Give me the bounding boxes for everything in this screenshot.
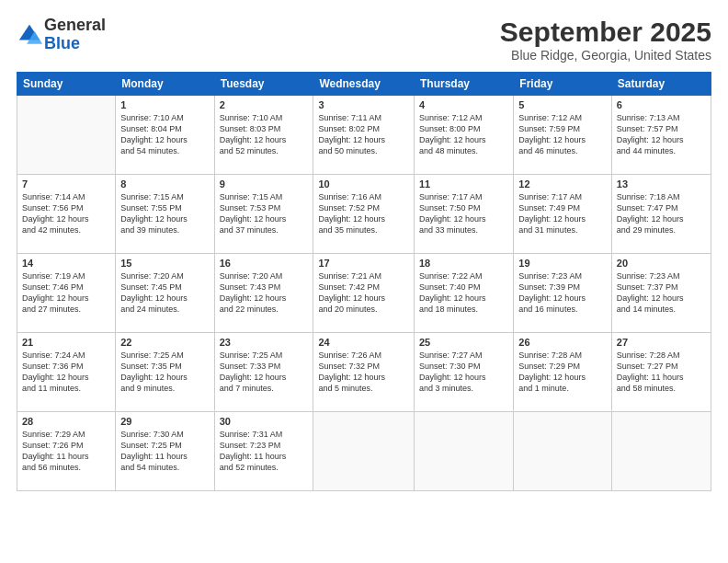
page: General Blue September 2025 Blue Ridge, … <box>0 0 728 563</box>
header: General Blue September 2025 Blue Ridge, … <box>17 17 711 63</box>
table-row <box>17 96 116 175</box>
day-number: 14 <box>22 258 110 269</box>
day-number: 7 <box>22 178 110 190</box>
day-info: Sunrise: 7:24 AM Sunset: 7:36 PM Dayligh… <box>22 350 110 395</box>
table-row: 4Sunrise: 7:12 AM Sunset: 8:00 PM Daylig… <box>415 96 514 175</box>
day-number: 21 <box>22 337 110 348</box>
table-row <box>611 412 711 491</box>
day-info: Sunrise: 7:23 AM Sunset: 7:37 PM Dayligh… <box>617 270 706 316</box>
table-row: 28Sunrise: 7:29 AM Sunset: 7:26 PM Dayli… <box>17 412 116 491</box>
table-row <box>514 412 612 491</box>
day-number: 4 <box>419 99 508 110</box>
table-row: 12Sunrise: 7:17 AM Sunset: 7:49 PM Dayli… <box>514 175 612 254</box>
table-row: 11Sunrise: 7:17 AM Sunset: 7:50 PM Dayli… <box>415 175 514 254</box>
title-block: September 2025 Blue Ridge, Georgia, Unit… <box>500 17 711 63</box>
table-row: 23Sunrise: 7:25 AM Sunset: 7:33 PM Dayli… <box>214 333 313 412</box>
table-row: 5Sunrise: 7:12 AM Sunset: 7:59 PM Daylig… <box>514 96 612 175</box>
day-info: Sunrise: 7:13 AM Sunset: 7:57 PM Dayligh… <box>617 112 706 157</box>
day-number: 27 <box>617 337 706 348</box>
day-info: Sunrise: 7:15 AM Sunset: 7:55 PM Dayligh… <box>120 191 209 236</box>
day-number: 8 <box>120 178 209 190</box>
day-info: Sunrise: 7:20 AM Sunset: 7:43 PM Dayligh… <box>220 270 309 316</box>
logo: General Blue <box>17 17 106 53</box>
table-row <box>415 412 514 491</box>
day-number: 2 <box>220 99 309 110</box>
day-info: Sunrise: 7:12 AM Sunset: 7:59 PM Dayligh… <box>518 112 607 157</box>
calendar-header-row: Sunday Monday Tuesday Wednesday Thursday… <box>17 73 711 96</box>
table-row: 14Sunrise: 7:19 AM Sunset: 7:46 PM Dayli… <box>17 254 116 333</box>
day-number: 26 <box>518 337 607 348</box>
day-number: 17 <box>318 258 409 269</box>
day-info: Sunrise: 7:12 AM Sunset: 8:00 PM Dayligh… <box>419 112 508 157</box>
day-number: 29 <box>120 416 209 427</box>
day-info: Sunrise: 7:27 AM Sunset: 7:30 PM Dayligh… <box>419 350 508 395</box>
day-number: 11 <box>419 178 508 190</box>
day-number: 6 <box>617 99 706 110</box>
calendar-table: Sunday Monday Tuesday Wednesday Thursday… <box>17 72 711 491</box>
day-info: Sunrise: 7:26 AM Sunset: 7:32 PM Dayligh… <box>318 350 409 395</box>
calendar-week-row: 28Sunrise: 7:29 AM Sunset: 7:26 PM Dayli… <box>17 412 711 491</box>
table-row: 8Sunrise: 7:15 AM Sunset: 7:55 PM Daylig… <box>116 175 214 254</box>
day-info: Sunrise: 7:22 AM Sunset: 7:40 PM Dayligh… <box>419 270 508 316</box>
calendar-week-row: 21Sunrise: 7:24 AM Sunset: 7:36 PM Dayli… <box>17 333 711 412</box>
day-number: 16 <box>220 258 309 269</box>
calendar-week-row: 14Sunrise: 7:19 AM Sunset: 7:46 PM Dayli… <box>17 254 711 333</box>
col-tuesday: Tuesday <box>214 73 313 96</box>
table-row: 2Sunrise: 7:10 AM Sunset: 8:03 PM Daylig… <box>214 96 313 175</box>
table-row: 16Sunrise: 7:20 AM Sunset: 7:43 PM Dayli… <box>214 254 313 333</box>
day-info: Sunrise: 7:25 AM Sunset: 7:33 PM Dayligh… <box>220 350 309 395</box>
day-info: Sunrise: 7:21 AM Sunset: 7:42 PM Dayligh… <box>318 270 409 316</box>
day-info: Sunrise: 7:16 AM Sunset: 7:52 PM Dayligh… <box>318 191 409 236</box>
day-info: Sunrise: 7:18 AM Sunset: 7:47 PM Dayligh… <box>617 191 706 236</box>
table-row <box>313 412 415 491</box>
calendar-week-row: 7Sunrise: 7:14 AM Sunset: 7:56 PM Daylig… <box>17 175 711 254</box>
calendar-body: 1Sunrise: 7:10 AM Sunset: 8:04 PM Daylig… <box>17 96 711 491</box>
logo-icon <box>17 22 42 48</box>
day-info: Sunrise: 7:31 AM Sunset: 7:23 PM Dayligh… <box>220 429 309 474</box>
table-row: 9Sunrise: 7:15 AM Sunset: 7:53 PM Daylig… <box>214 175 313 254</box>
table-row: 13Sunrise: 7:18 AM Sunset: 7:47 PM Dayli… <box>611 175 711 254</box>
col-saturday: Saturday <box>611 73 711 96</box>
col-thursday: Thursday <box>415 73 514 96</box>
table-row: 26Sunrise: 7:28 AM Sunset: 7:29 PM Dayli… <box>514 333 612 412</box>
day-info: Sunrise: 7:30 AM Sunset: 7:25 PM Dayligh… <box>120 429 209 474</box>
table-row: 7Sunrise: 7:14 AM Sunset: 7:56 PM Daylig… <box>17 175 116 254</box>
day-number: 3 <box>318 99 409 110</box>
table-row: 19Sunrise: 7:23 AM Sunset: 7:39 PM Dayli… <box>514 254 612 333</box>
calendar-week-row: 1Sunrise: 7:10 AM Sunset: 8:04 PM Daylig… <box>17 96 711 175</box>
table-row: 18Sunrise: 7:22 AM Sunset: 7:40 PM Dayli… <box>415 254 514 333</box>
table-row: 27Sunrise: 7:28 AM Sunset: 7:27 PM Dayli… <box>611 333 711 412</box>
day-info: Sunrise: 7:17 AM Sunset: 7:50 PM Dayligh… <box>419 191 508 236</box>
day-info: Sunrise: 7:23 AM Sunset: 7:39 PM Dayligh… <box>518 270 607 316</box>
calendar-title: September 2025 <box>500 17 711 48</box>
day-info: Sunrise: 7:28 AM Sunset: 7:29 PM Dayligh… <box>518 350 607 395</box>
day-info: Sunrise: 7:17 AM Sunset: 7:49 PM Dayligh… <box>518 191 607 236</box>
day-number: 13 <box>617 178 706 190</box>
day-number: 1 <box>120 99 209 110</box>
day-number: 20 <box>617 258 706 269</box>
day-number: 5 <box>518 99 607 110</box>
table-row: 30Sunrise: 7:31 AM Sunset: 7:23 PM Dayli… <box>214 412 313 491</box>
day-info: Sunrise: 7:15 AM Sunset: 7:53 PM Dayligh… <box>220 191 309 236</box>
day-info: Sunrise: 7:10 AM Sunset: 8:03 PM Dayligh… <box>220 112 309 157</box>
day-info: Sunrise: 7:29 AM Sunset: 7:26 PM Dayligh… <box>22 429 110 474</box>
day-number: 19 <box>518 258 607 269</box>
table-row: 29Sunrise: 7:30 AM Sunset: 7:25 PM Dayli… <box>116 412 214 491</box>
table-row: 21Sunrise: 7:24 AM Sunset: 7:36 PM Dayli… <box>17 333 116 412</box>
day-info: Sunrise: 7:14 AM Sunset: 7:56 PM Dayligh… <box>22 191 110 236</box>
table-row: 25Sunrise: 7:27 AM Sunset: 7:30 PM Dayli… <box>415 333 514 412</box>
col-wednesday: Wednesday <box>313 73 415 96</box>
calendar-subtitle: Blue Ridge, Georgia, United States <box>500 48 711 63</box>
day-number: 10 <box>318 178 409 190</box>
day-number: 18 <box>419 258 508 269</box>
day-info: Sunrise: 7:11 AM Sunset: 8:02 PM Dayligh… <box>318 112 409 157</box>
day-number: 25 <box>419 337 508 348</box>
table-row: 22Sunrise: 7:25 AM Sunset: 7:35 PM Dayli… <box>116 333 214 412</box>
table-row: 6Sunrise: 7:13 AM Sunset: 7:57 PM Daylig… <box>611 96 711 175</box>
table-row: 17Sunrise: 7:21 AM Sunset: 7:42 PM Dayli… <box>313 254 415 333</box>
day-info: Sunrise: 7:28 AM Sunset: 7:27 PM Dayligh… <box>617 350 706 395</box>
table-row: 20Sunrise: 7:23 AM Sunset: 7:37 PM Dayli… <box>611 254 711 333</box>
day-info: Sunrise: 7:25 AM Sunset: 7:35 PM Dayligh… <box>120 350 209 395</box>
day-number: 22 <box>120 337 209 348</box>
col-sunday: Sunday <box>17 73 116 96</box>
